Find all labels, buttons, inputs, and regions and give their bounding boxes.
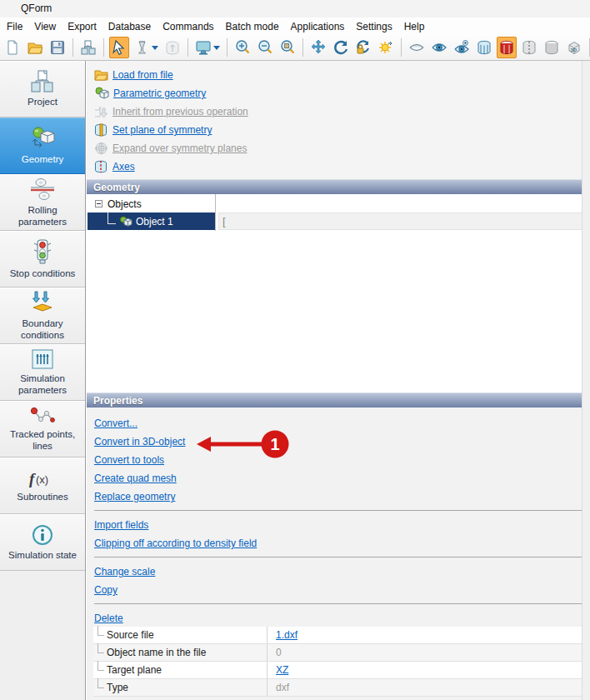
sidebar-item-subroutines[interactable]: f(x) Subroutines — [0, 458, 85, 514]
menu-commands[interactable]: Commands — [162, 21, 213, 32]
menu-applications[interactable]: Applications — [291, 21, 345, 32]
sidebar-item-simulation-state[interactable]: Simulation state — [0, 514, 85, 571]
collapse-expander-icon[interactable] — [95, 200, 102, 208]
cube-3d-icon[interactable]: 3D — [564, 37, 584, 58]
column-divider — [267, 644, 268, 661]
sidebar-item-tracked-points-lines[interactable]: Tracked points, lines — [0, 401, 85, 458]
rotate-view-icon[interactable] — [331, 37, 351, 58]
parametric-geometry-icon — [94, 87, 109, 100]
show-all-objects-icon[interactable] — [452, 37, 472, 58]
tree-node-objects[interactable]: Objects — [88, 195, 215, 212]
table-row-source-file: Source file 1.dxf — [93, 627, 582, 644]
table-row-type: Type dxf — [93, 679, 582, 697]
menu-settings[interactable]: Settings — [356, 21, 392, 32]
type-value: dxf — [276, 682, 289, 693]
set-plane-of-symmetry-link[interactable]: Set plane of symmetry — [112, 124, 212, 136]
sidebar: Project Geometry Rolling parameters Stop… — [0, 61, 86, 700]
dropdown-caret-icon[interactable] — [213, 46, 220, 50]
properties-links: Convert... Convert in 3D-object Convert … — [87, 408, 582, 626]
scrollbar-track[interactable] — [582, 61, 590, 700]
convert-in-3d-object-link[interactable]: Convert in 3D-object — [94, 436, 185, 448]
sidebar-item-label: Simulation parameters — [0, 373, 85, 395]
geometry-tree: Objects Object 1 [ ] — [87, 194, 582, 392]
sidebar-item-geometry[interactable]: Geometry — [0, 118, 85, 174]
geometry-icon — [28, 126, 57, 151]
change-scale-link[interactable]: Change scale — [94, 566, 155, 578]
toolbar: 3D — [0, 35, 590, 61]
open-folder-icon — [94, 68, 108, 82]
action-axes[interactable]: Axes — [94, 158, 582, 176]
object-value-field[interactable]: [ ] — [218, 212, 590, 230]
action-inherit-previous-operation: Inherit from previous operation — [94, 102, 582, 121]
column-divider — [267, 662, 268, 678]
rotation-body-icon[interactable] — [132, 37, 160, 58]
property-table: Source file 1.dxf Object name in the fil… — [87, 626, 582, 700]
new-file-icon[interactable] — [2, 37, 22, 58]
toolbar-separator — [103, 38, 104, 57]
sidebar-item-project[interactable]: Project — [0, 61, 85, 118]
action-expand-over-symmetry-planes: Expand over symmetry planes — [94, 139, 582, 158]
copy-link[interactable]: Copy — [94, 584, 118, 596]
properties-panel-title: Properties — [93, 395, 142, 407]
sidebar-item-boundary-conditions[interactable]: Boundary conditions — [0, 288, 85, 344]
qform-window: QForm File View Export Database Commands… — [0, 0, 590, 700]
tree-node-object1-selected[interactable]: Object 1 — [88, 212, 215, 230]
open-file-icon[interactable] — [25, 37, 45, 58]
toolbar-separator — [227, 38, 228, 57]
clipping-off-density-field-link[interactable]: Clipping off according to density field — [94, 538, 257, 549]
menu-export[interactable]: Export — [68, 21, 97, 32]
dropdown-caret-icon[interactable] — [152, 46, 158, 50]
replace-geometry-link[interactable]: Replace geometry — [94, 491, 175, 502]
menu-file[interactable]: File — [7, 21, 22, 32]
delete-link[interactable]: Delete — [94, 612, 123, 624]
solid-cylinder-red-icon[interactable] — [497, 37, 517, 58]
menu-help[interactable]: Help — [404, 21, 425, 32]
boundary-conditions-icon — [28, 290, 57, 315]
tree-connector — [95, 662, 107, 678]
source-file-value-link[interactable]: 1.dxf — [276, 629, 298, 641]
hide-objects-icon[interactable] — [407, 37, 427, 58]
svg-text:(x): (x) — [36, 473, 48, 486]
rotate-view-locked-icon[interactable] — [353, 37, 373, 58]
display-mode-icon[interactable] — [193, 37, 222, 58]
menu-view[interactable]: View — [34, 21, 56, 32]
action-set-plane-of-symmetry[interactable]: Set plane of symmetry — [94, 121, 582, 139]
import-fields-link[interactable]: Import fields — [94, 519, 148, 531]
column-divider — [267, 679, 268, 696]
sidebar-item-rolling-parameters[interactable]: Rolling parameters — [0, 174, 85, 231]
zoom-in-icon[interactable] — [232, 37, 252, 58]
property-label: Source file — [107, 629, 267, 641]
parametric-geometry-link[interactable]: Parametric geometry — [113, 88, 206, 99]
object-name-value: 0 — [276, 647, 282, 658]
toolbar-separator — [188, 38, 188, 57]
wireframe-cylinder-icon[interactable] — [474, 37, 494, 58]
load-from-file-link[interactable]: Load from file — [112, 69, 173, 81]
axes-link[interactable]: Axes — [112, 161, 135, 172]
simulation-parameters-icon — [31, 348, 54, 370]
menu-batch-mode[interactable]: Batch mode — [226, 21, 279, 32]
filled-cylinder-icon[interactable] — [542, 37, 562, 58]
pan-view-icon[interactable] — [308, 37, 328, 58]
convert-link[interactable]: Convert... — [94, 418, 138, 429]
toolbar-separator — [401, 38, 402, 57]
show-objects-icon[interactable] — [429, 37, 449, 58]
create-quad-mesh-link[interactable]: Create quad mesh — [94, 472, 177, 484]
menu-database[interactable]: Database — [108, 21, 151, 32]
sidebar-item-stop-conditions[interactable]: Stop conditions — [0, 231, 85, 288]
half-section-cylinder-icon[interactable] — [519, 37, 539, 58]
sidebar-item-label: Geometry — [19, 154, 67, 165]
measure-cylinder-icon[interactable] — [162, 37, 182, 58]
action-load-from-file[interactable]: Load from file — [94, 66, 582, 84]
property-label: Target plane — [107, 664, 267, 676]
save-icon[interactable] — [48, 37, 68, 58]
action-parametric-geometry[interactable]: Parametric geometry — [94, 84, 582, 102]
target-plane-value-link[interactable]: XZ — [276, 664, 288, 676]
zoom-out-icon[interactable] — [255, 37, 275, 58]
light-position-icon[interactable] — [376, 37, 396, 58]
tree-node-label: Object 1 — [136, 216, 173, 228]
zoom-object-icon[interactable] — [278, 37, 298, 58]
convert-to-tools-link[interactable]: Convert to tools — [94, 454, 164, 466]
select-cursor-icon[interactable] — [109, 37, 129, 58]
operations-tree-icon[interactable] — [78, 37, 98, 58]
sidebar-item-simulation-parameters[interactable]: Simulation parameters — [0, 344, 85, 401]
